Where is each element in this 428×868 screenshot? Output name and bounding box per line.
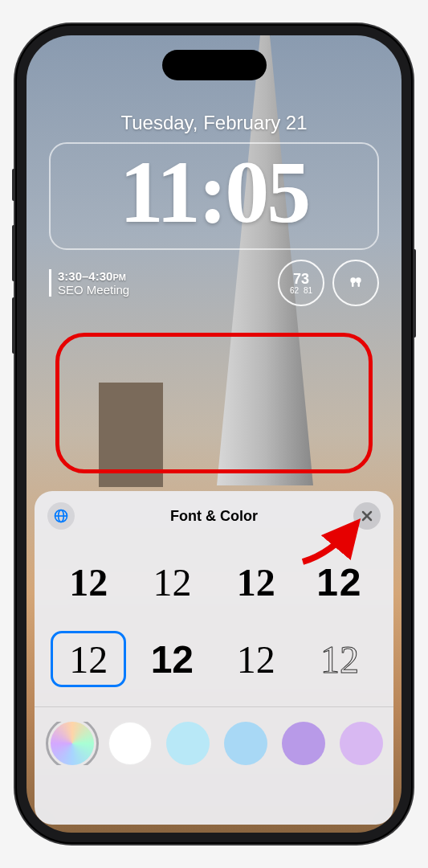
annotation-highlight-box <box>55 333 373 473</box>
iphone-device-frame: Tuesday, February 21 11:05 3:30–4:30PM S… <box>15 24 413 844</box>
color-swatch-purple[interactable] <box>282 722 325 765</box>
lockscreen-date[interactable]: Tuesday, February 21 <box>26 112 402 134</box>
screen: Tuesday, February 21 11:05 3:30–4:30PM S… <box>26 35 402 833</box>
sheet-divider <box>35 706 393 707</box>
calendar-period: PM <box>112 272 126 282</box>
svg-rect-2 <box>352 281 354 287</box>
font-color-sheet: Font & Color 12 12 12 12 12 12 12 12 <box>35 491 393 825</box>
silent-switch <box>12 169 15 201</box>
font-grid: 12 12 12 12 12 12 12 12 <box>35 538 393 706</box>
svg-rect-3 <box>358 281 361 287</box>
sheet-title: Font & Color <box>75 508 353 525</box>
lockscreen-time[interactable]: 11:05 <box>51 148 377 236</box>
sheet-header: Font & Color <box>35 502 393 538</box>
color-swatch-blue[interactable] <box>224 722 267 765</box>
font-option-2[interactable]: 12 <box>218 554 294 610</box>
weather-high: 81 <box>304 286 312 295</box>
globe-button[interactable] <box>47 502 75 530</box>
calendar-time-range: 3:30–4:30 <box>58 269 112 283</box>
font-option-3[interactable]: 12 <box>302 554 377 610</box>
calendar-widget[interactable]: 3:30–4:30PM SEO Meeting <box>49 269 129 297</box>
globe-icon <box>53 508 69 524</box>
close-icon <box>361 510 373 522</box>
color-swatch-lavender[interactable] <box>340 722 383 765</box>
color-swatch-lightblue[interactable] <box>166 722 210 765</box>
airpods-icon <box>348 275 364 291</box>
volume-up-button <box>12 225 15 281</box>
color-swatch-gradient[interactable] <box>51 722 94 765</box>
weather-widget[interactable]: 73 62 81 <box>278 260 324 306</box>
airpods-battery-widget[interactable] <box>332 260 379 306</box>
font-option-5[interactable]: 12 <box>134 631 210 687</box>
font-option-4[interactable]: 12 <box>51 631 126 687</box>
widgets-row[interactable]: 3:30–4:30PM SEO Meeting 73 62 81 <box>26 250 402 306</box>
font-option-6[interactable]: 12 <box>218 631 294 687</box>
weather-low: 62 <box>290 286 299 295</box>
clock-container[interactable]: 11:05 <box>49 142 379 250</box>
font-option-0[interactable]: 12 <box>51 554 126 610</box>
weather-current: 73 <box>293 272 309 286</box>
font-option-7[interactable]: 12 <box>302 631 377 687</box>
dynamic-island <box>162 50 267 80</box>
power-button <box>413 249 416 338</box>
close-button[interactable] <box>353 502 381 530</box>
volume-down-button <box>12 297 15 354</box>
font-option-1[interactable]: 12 <box>134 554 210 610</box>
color-swatch-white[interactable] <box>108 722 152 765</box>
calendar-title: SEO Meeting <box>58 283 129 297</box>
color-row[interactable] <box>35 722 393 765</box>
